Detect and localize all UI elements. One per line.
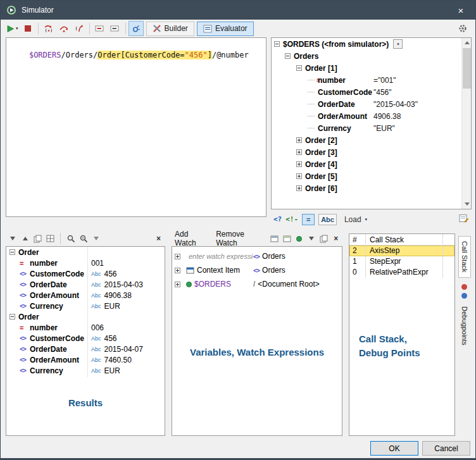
- result-row[interactable]: =number 006: [6, 322, 165, 333]
- clear-results-button[interactable]: ×: [153, 233, 164, 244]
- text-values-toggle[interactable]: Abc: [318, 214, 337, 225]
- callstack-row[interactable]: 2 AxisStep: [349, 246, 454, 256]
- copy-button[interactable]: [32, 233, 43, 244]
- tree-row[interactable]: OrderAmount 4906.38: [272, 110, 471, 122]
- tree-row[interactable]: Order [3]: [272, 146, 471, 158]
- element-icon: <>: [20, 302, 26, 309]
- scroll-up-button[interactable]: [462, 38, 472, 47]
- step-out-button[interactable]: [72, 21, 87, 36]
- copy-button[interactable]: [318, 233, 329, 244]
- result-row[interactable]: <>OrderDate Abc2015-04-07: [6, 344, 165, 354]
- stop-button[interactable]: [20, 21, 35, 36]
- find-button[interactable]: [65, 233, 76, 244]
- watch-placeholder[interactable]: enter watch expression: [189, 252, 253, 260]
- run-button[interactable]: ▾: [4, 21, 20, 36]
- copy-icon: [34, 235, 42, 243]
- scrollbar-thumb[interactable]: [463, 48, 471, 89]
- tab-call-stack[interactable]: Call Stack: [458, 236, 471, 278]
- evaluator-button[interactable]: Evaluator: [197, 22, 254, 36]
- tree-row[interactable]: OrderDate "2015-04-03": [272, 98, 471, 110]
- result-row[interactable]: <>Currency AbcEUR: [6, 365, 165, 376]
- collapse-icon[interactable]: [9, 314, 15, 320]
- tree-row[interactable]: Order [5]: [272, 170, 471, 182]
- attributes-toggle[interactable]: =: [302, 214, 315, 225]
- insert-tracepoint-button[interactable]: [108, 21, 123, 36]
- processing-instruction-toggle[interactable]: <?: [273, 215, 282, 223]
- builder-button[interactable]: Builder: [146, 22, 194, 36]
- element-icon: <>: [20, 345, 26, 352]
- tree-row[interactable]: ≡ number ="001": [272, 74, 471, 86]
- watch-row[interactable]: enter watch expression <>Orders: [172, 249, 342, 263]
- result-row[interactable]: <>OrderDate Abc2015-04-03: [6, 279, 165, 290]
- callstack-row[interactable]: 0 RelativePathExpr: [349, 267, 454, 278]
- result-row[interactable]: <>CustomerCode Abc456: [6, 333, 165, 344]
- expand-icon[interactable]: [296, 137, 302, 143]
- collapse-icon[interactable]: [285, 53, 291, 59]
- callstack-row[interactable]: 1 StepExpr: [349, 256, 454, 267]
- expand-icon[interactable]: [175, 254, 180, 259]
- filter-button[interactable]: [91, 233, 101, 244]
- expand-icon[interactable]: [296, 149, 302, 155]
- tree-row[interactable]: Orders: [272, 50, 471, 62]
- expand-icon[interactable]: [296, 173, 302, 179]
- xpath-expression-editor[interactable]: $ORDERS/Orders/Order[CustomerCode="456"]…: [6, 37, 266, 217]
- result-value: 2015-04-03: [104, 280, 143, 289]
- result-row[interactable]: <>Currency AbcEUR: [6, 301, 165, 311]
- run-dropdown-icon[interactable]: ▾: [16, 26, 18, 31]
- result-row[interactable]: <>OrderAmount Abc4906.38: [6, 290, 165, 301]
- navigate-up-button[interactable]: [20, 233, 30, 244]
- result-value: EUR: [104, 302, 120, 311]
- comment-toggle[interactable]: <!-: [285, 215, 298, 223]
- navigate-down-button[interactable]: [7, 233, 18, 244]
- show-watch-button[interactable]: [282, 233, 292, 244]
- expand-icon[interactable]: [296, 161, 302, 167]
- tab-debugpoints[interactable]: Debugpoints: [459, 302, 470, 350]
- tree-row[interactable]: Order [2]: [272, 134, 471, 146]
- variable-row[interactable]: $ORDERS /<Document Root>: [172, 277, 342, 291]
- source-selector-dropdown[interactable]: ▼: [393, 39, 403, 49]
- step-over-button[interactable]: [56, 21, 72, 36]
- result-row[interactable]: Order: [6, 247, 165, 258]
- grid-view-button[interactable]: [45, 233, 56, 244]
- collapse-icon[interactable]: [274, 41, 280, 47]
- vertical-scrollbar[interactable]: [461, 38, 471, 209]
- source-root-label: $ORDERS (<from simulator>): [283, 40, 389, 49]
- collapse-icon[interactable]: [9, 249, 15, 255]
- tree-row[interactable]: Currency "EUR": [272, 122, 471, 134]
- navigate-down-button[interactable]: [306, 233, 316, 244]
- expand-icon[interactable]: [175, 268, 180, 273]
- column-header-number: #: [349, 234, 366, 245]
- expand-icon[interactable]: [175, 282, 180, 287]
- debug-mode-toggle-button[interactable]: [128, 21, 144, 36]
- show-variables-button[interactable]: [270, 233, 280, 244]
- clear-watch-button[interactable]: ×: [331, 233, 341, 244]
- close-icon: ×: [156, 234, 161, 243]
- tree-row[interactable]: Order [4]: [272, 158, 471, 170]
- result-row[interactable]: <>CustomerCode Abc456: [6, 268, 165, 279]
- scroll-down-button[interactable]: [462, 199, 472, 209]
- step-into-button[interactable]: [41, 21, 56, 36]
- expand-icon[interactable]: [296, 185, 302, 191]
- remove-watch-button[interactable]: Remove Watch: [214, 230, 268, 247]
- ok-button[interactable]: OK: [370, 441, 418, 456]
- tree-row[interactable]: Order [6]: [272, 182, 471, 194]
- settings-button[interactable]: [455, 21, 470, 36]
- source-root-row[interactable]: $ORDERS (<from simulator>) ▼: [272, 38, 471, 50]
- export-button[interactable]: [459, 214, 469, 225]
- context-indicator-button[interactable]: [294, 233, 304, 244]
- tree-row[interactable]: Order [1]: [272, 62, 471, 74]
- expression-path: /Orders/: [61, 51, 97, 59]
- load-button[interactable]: Load ▾: [344, 215, 367, 224]
- expression-current-step: Order[CustomerCode=: [97, 51, 184, 59]
- collapse-icon[interactable]: [296, 65, 302, 71]
- result-row[interactable]: Order: [6, 311, 165, 322]
- insert-breakpoint-button[interactable]: [92, 21, 108, 36]
- result-row[interactable]: =number 001: [6, 258, 165, 268]
- tree-row[interactable]: CustomerCode "456": [272, 86, 471, 98]
- result-row[interactable]: <>OrderAmount Abc7460.50: [6, 354, 165, 365]
- add-watch-button[interactable]: Add Watch: [173, 230, 212, 247]
- find-next-button[interactable]: [78, 233, 89, 244]
- cancel-button[interactable]: Cancel: [422, 441, 470, 456]
- close-button[interactable]: ×: [446, 1, 475, 20]
- context-item-row[interactable]: Context Item <>Orders: [172, 263, 342, 277]
